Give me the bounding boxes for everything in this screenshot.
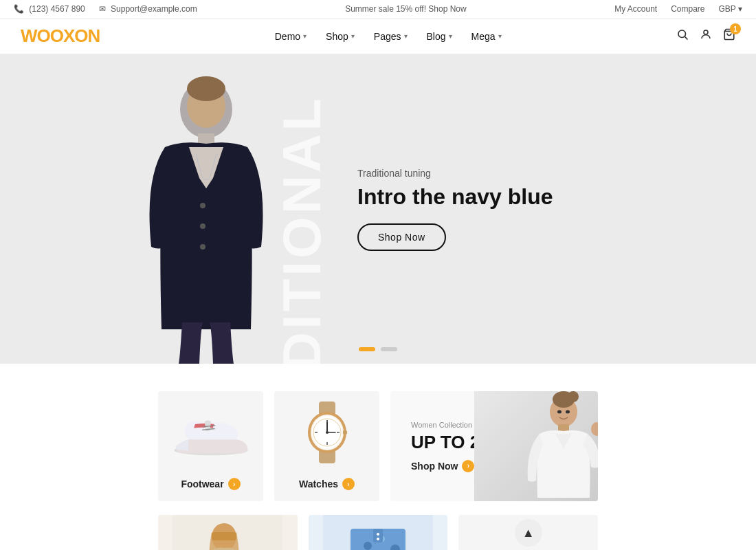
nav-blog-chevron: ▾ bbox=[449, 32, 452, 40]
nav-shop-chevron: ▾ bbox=[351, 32, 355, 40]
hero-banner: TRADITIONAL Traditional tuning Intro the… bbox=[0, 54, 756, 364]
nav-blog[interactable]: Blog ▾ bbox=[427, 31, 452, 42]
card5-image bbox=[323, 515, 433, 550]
phone-icon: 📞 bbox=[14, 4, 24, 14]
nav-mega-chevron: ▾ bbox=[498, 32, 502, 40]
hero-dot-1[interactable] bbox=[359, 347, 375, 351]
header-icons: 1 bbox=[676, 28, 735, 44]
women-image bbox=[474, 391, 598, 501]
cart-icon[interactable]: 1 bbox=[723, 28, 735, 44]
hero-dot-2[interactable] bbox=[381, 347, 397, 351]
woman-svg bbox=[474, 391, 598, 501]
compare-link[interactable]: Compare bbox=[671, 4, 704, 14]
top-bar-left: 📞 (123) 4567 890 ✉ Support@example.com bbox=[14, 4, 197, 14]
hero-title: Intro the navy blue bbox=[357, 184, 553, 210]
svg-point-34 bbox=[566, 410, 570, 414]
footwear-label: Footwear › bbox=[181, 478, 240, 490]
nav-shop[interactable]: Shop ▾ bbox=[326, 31, 355, 42]
category-watches[interactable]: Watches › bbox=[274, 391, 379, 501]
promo-bar: Summer sale 15% off! Shop Now bbox=[345, 4, 467, 14]
svg-point-0 bbox=[678, 30, 686, 38]
search-icon[interactable] bbox=[676, 28, 689, 44]
svg-rect-27 bbox=[343, 430, 347, 434]
main-nav: Demo ▾ Shop ▾ Pages ▾ Blog ▾ Mega ▾ bbox=[275, 31, 502, 42]
svg-point-33 bbox=[557, 410, 562, 414]
category-card6[interactable]: ▲ ▼ bbox=[458, 515, 598, 550]
watch-icon bbox=[300, 398, 355, 467]
svg-rect-37 bbox=[212, 532, 236, 540]
category-women[interactable]: Women Collection UP TO 20% Shop Now › bbox=[390, 391, 598, 501]
phone-info: 📞 (123) 4567 890 bbox=[14, 4, 85, 14]
hero-pagination bbox=[359, 347, 397, 351]
hero-person-svg bbox=[124, 68, 289, 364]
footwear-image bbox=[170, 405, 252, 460]
cart-count-badge: 1 bbox=[730, 23, 741, 34]
account-icon[interactable] bbox=[700, 28, 712, 44]
logo-xon: XON bbox=[63, 25, 100, 46]
category-card4[interactable] bbox=[158, 515, 298, 550]
nav-pages[interactable]: Pages ▾ bbox=[374, 31, 408, 42]
svg-point-26 bbox=[326, 431, 329, 434]
email-link[interactable]: Support@example.com bbox=[111, 4, 197, 14]
women-arrow-icon: › bbox=[462, 460, 474, 472]
hero-vertical-text: TRADITIONAL bbox=[275, 96, 329, 364]
my-account-link[interactable]: My Account bbox=[614, 4, 657, 14]
nav-demo-chevron: ▾ bbox=[303, 32, 307, 40]
category-card5[interactable] bbox=[309, 515, 448, 550]
footwear-arrow-icon: › bbox=[228, 478, 241, 490]
currency-chevron-icon: ▾ bbox=[738, 4, 742, 14]
email-info: ✉ Support@example.com bbox=[99, 4, 197, 14]
top-bar: 📞 (123) 4567 890 ✉ Support@example.com S… bbox=[0, 0, 756, 19]
hero-content: Traditional tuning Intro the navy blue S… bbox=[357, 168, 553, 251]
svg-point-8 bbox=[200, 244, 205, 250]
nav-pages-chevron: ▾ bbox=[404, 32, 408, 40]
hero-subtitle: Traditional tuning bbox=[357, 168, 553, 179]
svg-point-7 bbox=[200, 223, 205, 229]
category-section: Footwear › bbox=[0, 364, 756, 515]
sneaker-icon bbox=[170, 407, 252, 459]
watches-label: Watches › bbox=[299, 478, 355, 490]
svg-point-32 bbox=[591, 422, 598, 436]
svg-point-47 bbox=[377, 538, 379, 540]
email-icon: ✉ bbox=[99, 4, 106, 14]
logo-wo: WO bbox=[21, 25, 50, 46]
category-section-2: ▲ ▼ bbox=[0, 515, 756, 550]
svg-point-10 bbox=[187, 76, 225, 101]
svg-line-1 bbox=[685, 36, 687, 39]
watches-image bbox=[286, 405, 368, 460]
svg-point-40 bbox=[364, 542, 372, 550]
nav-mega[interactable]: Mega ▾ bbox=[471, 31, 502, 42]
header: WOOXON Demo ▾ Shop ▾ Pages ▾ Blog ▾ Mega… bbox=[0, 19, 756, 54]
currency-selector[interactable]: GBP ▾ bbox=[719, 4, 742, 14]
scroll-up-icon[interactable]: ▲ bbox=[515, 519, 542, 547]
watches-arrow-icon: › bbox=[342, 478, 355, 490]
logo-ox: O bbox=[50, 25, 63, 46]
svg-point-6 bbox=[200, 203, 205, 208]
svg-point-2 bbox=[704, 30, 708, 34]
svg-point-30 bbox=[568, 391, 579, 402]
category-footwear[interactable]: Footwear › bbox=[158, 391, 263, 501]
hero-cta-button[interactable]: Shop Now bbox=[357, 223, 446, 251]
logo[interactable]: WOOXON bbox=[21, 25, 100, 47]
nav-demo[interactable]: Demo ▾ bbox=[275, 31, 307, 42]
svg-point-46 bbox=[377, 533, 379, 536]
card4-image bbox=[173, 515, 282, 550]
top-bar-right: My Account Compare GBP ▾ bbox=[614, 4, 742, 14]
